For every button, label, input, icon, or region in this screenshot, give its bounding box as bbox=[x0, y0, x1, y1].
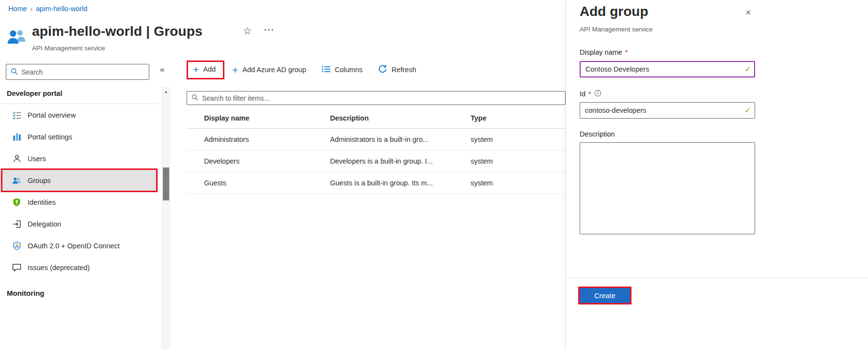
display-name-input[interactable] bbox=[580, 61, 755, 77]
refresh-button-label: Refresh bbox=[392, 66, 416, 74]
azure-portal-groups-page: { "breadcrumb": { "home": "Home", "separ… bbox=[0, 0, 868, 349]
sidebar-item-groups[interactable]: Groups bbox=[0, 169, 158, 191]
breadcrumb: Home › apim-hello-world bbox=[8, 5, 87, 13]
display-name-label-text: Display name bbox=[580, 48, 622, 56]
breadcrumb-current-link[interactable]: apim-hello-world bbox=[36, 5, 87, 13]
column-header-type: Type bbox=[471, 114, 566, 122]
description-textarea[interactable] bbox=[580, 142, 755, 234]
sidebar-item-issues[interactable]: Issues (deprecated) bbox=[0, 257, 158, 278]
column-header-display-name: Display name bbox=[187, 114, 330, 122]
id-field: ✓ bbox=[580, 102, 755, 119]
sidebar-item-label: Portal overview bbox=[28, 111, 76, 119]
speech-bubble-icon bbox=[12, 263, 21, 272]
valid-check-icon: ✓ bbox=[744, 65, 751, 74]
oauth-badge-icon bbox=[12, 241, 21, 250]
panel-title: Add group bbox=[580, 4, 648, 19]
sidebar-nav: Developer portal Portal overview bbox=[0, 90, 158, 297]
info-icon[interactable] bbox=[594, 90, 601, 98]
more-options-icon[interactable]: … bbox=[263, 20, 275, 33]
main-content: + Add + Add Azure AD group Columns bbox=[187, 57, 566, 349]
required-asterisk: * bbox=[625, 48, 628, 56]
groups-icon bbox=[12, 176, 21, 185]
columns-button-label: Columns bbox=[335, 66, 363, 74]
groups-page-icon bbox=[6, 27, 27, 48]
page-title: apim-hello-world | Groups bbox=[32, 24, 203, 39]
sidebar-item-identities[interactable]: Identities bbox=[0, 191, 158, 213]
sidebar-item-label: Identities bbox=[28, 198, 56, 206]
sidebar-collapse-button[interactable]: « bbox=[158, 65, 174, 75]
columns-icon bbox=[322, 66, 331, 74]
sidebar-item-label: Portal settings bbox=[28, 133, 72, 141]
sidebar-section-monitoring: Monitoring bbox=[0, 278, 158, 297]
breadcrumb-separator: › bbox=[31, 5, 32, 13]
cell-type: system bbox=[471, 179, 566, 187]
columns-button[interactable]: Columns bbox=[322, 66, 363, 74]
column-header-description: Description bbox=[330, 114, 471, 122]
close-icon[interactable]: × bbox=[742, 7, 754, 18]
panel-footer-divider bbox=[566, 277, 868, 278]
add-azure-ad-group-label: Add Azure AD group bbox=[242, 66, 306, 74]
display-name-field: ✓ bbox=[580, 61, 755, 77]
sidebar-item-oauth[interactable]: OAuth 2.0 + OpenID Connect bbox=[0, 235, 158, 257]
cell-display-name: Developers bbox=[187, 157, 330, 165]
cell-description: Administrators is a built-in gro... bbox=[330, 136, 471, 143]
sidebar-scroll-column: « ▲ bbox=[158, 57, 174, 349]
sidebar-item-delegation[interactable]: Delegation bbox=[0, 213, 158, 235]
delegation-icon bbox=[12, 219, 21, 228]
description-label-text: Description bbox=[580, 130, 615, 138]
refresh-icon bbox=[378, 64, 387, 75]
display-name-label: Display name* bbox=[580, 48, 628, 56]
add-button[interactable]: + Add bbox=[193, 64, 216, 75]
sidebar-item-portal-overview[interactable]: Portal overview bbox=[0, 104, 158, 126]
users-icon bbox=[12, 154, 21, 163]
sidebar-item-users[interactable]: Users bbox=[0, 148, 158, 169]
breadcrumb-home-link[interactable]: Home bbox=[8, 5, 27, 13]
add-button-annotation: + Add bbox=[187, 61, 224, 79]
table-row-guests[interactable]: Guests Guests is a built-in group. Its m… bbox=[187, 172, 566, 194]
sidebar-item-portal-settings[interactable]: Portal settings bbox=[0, 126, 158, 148]
table-row-administrators[interactable]: Administrators Administrators is a built… bbox=[187, 129, 566, 151]
table-row-developers[interactable]: Developers Developers is a built-in grou… bbox=[187, 151, 566, 172]
id-input[interactable] bbox=[580, 102, 755, 119]
scrollbar-thumb[interactable] bbox=[163, 167, 169, 200]
valid-check-icon: ✓ bbox=[744, 106, 751, 115]
add-button-label: Add bbox=[203, 65, 216, 73]
sidebar-item-label: Delegation bbox=[28, 220, 61, 228]
table-header-row: Display name Description Type bbox=[187, 107, 566, 129]
add-azure-ad-group-button[interactable]: + Add Azure AD group bbox=[232, 65, 306, 75]
groups-table: Display name Description Type Administra… bbox=[187, 107, 566, 194]
filter-search-input[interactable] bbox=[202, 94, 561, 102]
scrollbar-track[interactable]: ▲ bbox=[162, 87, 170, 349]
panel-subtitle: API Management service bbox=[580, 26, 653, 33]
cell-type: system bbox=[471, 136, 566, 143]
portal-overview-icon bbox=[12, 110, 21, 120]
sidebar-search-box[interactable] bbox=[6, 64, 149, 80]
filter-search-box[interactable] bbox=[187, 91, 566, 105]
required-asterisk: * bbox=[588, 90, 591, 98]
cell-type: system bbox=[471, 157, 566, 165]
cell-display-name: Administrators bbox=[187, 136, 330, 143]
sidebar-section-developer-portal: Developer portal bbox=[0, 90, 158, 104]
create-button-annotation: Create bbox=[578, 287, 631, 304]
cell-description: Guests is a built-in group. Its m... bbox=[330, 179, 471, 187]
page-subtitle: API Management service bbox=[32, 45, 105, 52]
cell-description: Developers is a built-in group. I... bbox=[330, 157, 471, 165]
search-icon bbox=[11, 68, 18, 76]
id-label: Id* bbox=[580, 90, 601, 98]
command-bar: + Add + Add Azure AD group Columns bbox=[187, 57, 566, 82]
identities-shield-icon bbox=[12, 197, 21, 207]
id-label-text: Id bbox=[580, 90, 585, 98]
sidebar-item-label: Issues (deprecated) bbox=[28, 264, 90, 272]
sidebar: Developer portal Portal overview bbox=[0, 57, 158, 349]
refresh-button[interactable]: Refresh bbox=[378, 64, 416, 75]
portal-settings-icon bbox=[12, 132, 21, 141]
sidebar-search-input[interactable] bbox=[21, 68, 144, 76]
create-button[interactable]: Create bbox=[580, 288, 630, 303]
description-label: Description bbox=[580, 130, 615, 138]
sidebar-item-label: OAuth 2.0 + OpenID Connect bbox=[28, 242, 120, 250]
search-icon bbox=[191, 94, 198, 102]
favorite-star-icon[interactable]: ☆ bbox=[243, 25, 252, 37]
scrollbar-up-arrow-icon[interactable]: ▲ bbox=[162, 88, 170, 94]
sidebar-item-label: Groups bbox=[28, 177, 51, 184]
cell-display-name: Guests bbox=[187, 179, 330, 187]
